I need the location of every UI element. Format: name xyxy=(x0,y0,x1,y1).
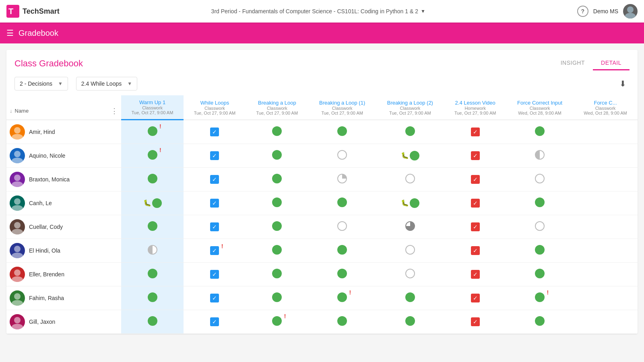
cell-content: ! xyxy=(272,316,282,326)
grade-cell xyxy=(506,239,573,262)
cell-content xyxy=(272,292,282,302)
help-button[interactable]: ? xyxy=(577,6,588,17)
student-avatar xyxy=(10,290,25,306)
grade-cell xyxy=(121,215,184,239)
grade-cell xyxy=(246,286,308,310)
col-subtitle-breaking-loop: Classwork xyxy=(249,106,305,111)
cell-content xyxy=(148,269,157,278)
cell-content xyxy=(337,126,347,136)
grade-cell: ! xyxy=(246,310,308,333)
grade-cell xyxy=(506,191,573,215)
student-name-label: Braxton, Monica xyxy=(29,176,70,183)
col-title-while-loops: While Loops xyxy=(200,100,229,106)
course-title: 3rd Period - Fundamentals of Computer Sc… xyxy=(211,8,418,14)
cell-content xyxy=(148,221,157,231)
cell-content: ! xyxy=(535,292,545,302)
student-name-cell: Cuellar, Cody xyxy=(6,215,121,239)
grade-cell: ✓ xyxy=(444,310,506,333)
green-circle-icon xyxy=(535,316,545,326)
bug-icon: 🐛 xyxy=(143,199,151,207)
checkbox-blue-icon: ✓ xyxy=(210,270,219,279)
checkbox-blue-icon: ✓ xyxy=(210,128,219,136)
green-circle-icon xyxy=(148,126,157,136)
unit-filter-dropdown[interactable]: 2 - Decisions ▼ xyxy=(14,77,68,90)
col-header-breaking-loop: Breaking a Loop Classwork Tue, Oct 27, 9… xyxy=(246,95,308,120)
gradebook-bar-title: Gradebook xyxy=(19,29,58,38)
cell-content: 🐛 xyxy=(143,198,162,208)
cell-content xyxy=(148,174,157,183)
gradebook-table-container[interactable]: ↓ Name ⋮ Warm Up 1 Classwork Tue, Oct 27… xyxy=(6,95,638,334)
grade-cell: ! xyxy=(121,144,184,167)
grade-cell xyxy=(376,120,444,144)
table-body: Amir, Hind !✓✓ Aquino, Nicole !✓🐛✓ Braxt… xyxy=(6,120,638,334)
cell-content: ✓ xyxy=(471,270,480,279)
hamburger-menu[interactable]: ☰ xyxy=(6,28,14,38)
checkbox-red-icon: ✓ xyxy=(471,128,480,136)
svg-point-9 xyxy=(12,181,23,187)
grade-cell: ✓ xyxy=(184,215,246,239)
student-info: Canh, Le xyxy=(10,195,118,211)
col-subtitle-warm-up-1: Classwork xyxy=(124,105,180,110)
green-circle-icon xyxy=(272,316,282,326)
cell-content xyxy=(535,174,545,183)
table-row: Aquino, Nicole !✓🐛✓ xyxy=(6,144,638,167)
col-date-lesson-video: Tue, Oct 27, 9:00 AM xyxy=(447,111,503,115)
grade-cell xyxy=(308,167,376,191)
cell-content: 🐛 xyxy=(401,198,419,208)
student-avatar xyxy=(10,314,25,329)
exclaim-icon: ! xyxy=(221,243,223,249)
checkbox-red-icon: ✓ xyxy=(471,294,480,302)
download-button[interactable]: ⬇ xyxy=(616,77,630,90)
gradebook-header: Class Gradebook INSIGHT DETAIL xyxy=(6,50,638,74)
student-name-label: Amir, Hind xyxy=(29,129,55,135)
student-name-label: Eller, Brenden xyxy=(29,271,64,278)
student-info: El Hindi, Ola xyxy=(10,243,118,258)
grade-cell xyxy=(246,167,308,191)
student-info: Amir, Hind xyxy=(10,124,118,140)
green-circle-icon xyxy=(148,316,157,326)
grade-cell xyxy=(308,262,376,286)
col-header-breaking-loop-1: Breaking a Loop (1) Classwork Tue, Oct 2… xyxy=(308,95,376,120)
student-name-label: Fahim, Rasha xyxy=(29,295,64,301)
table-row: Cuellar, Cody ✓✓ xyxy=(6,215,638,239)
grade-cell: ! xyxy=(308,286,376,310)
green-circle-icon xyxy=(272,245,282,255)
more-options-icon[interactable]: ⋮ xyxy=(111,107,118,115)
grade-cell: ✓ xyxy=(184,286,246,310)
grade-cell xyxy=(121,310,184,333)
checkbox-blue-icon: ✓ xyxy=(210,246,219,255)
avatar[interactable] xyxy=(623,4,638,19)
exclaim-icon: ! xyxy=(159,123,161,130)
table-row: Eller, Brenden ✓✓ xyxy=(6,262,638,286)
svg-point-7 xyxy=(12,158,23,163)
exclaim-icon: ! xyxy=(349,289,351,296)
grade-cell xyxy=(121,286,184,310)
student-info: Cuellar, Cody xyxy=(10,219,118,234)
student-name-cell: Aquino, Nicole xyxy=(6,144,121,167)
course-title-area[interactable]: 3rd Period - Fundamentals of Computer Sc… xyxy=(211,8,425,14)
grade-cell xyxy=(573,167,638,191)
cell-content xyxy=(405,245,415,255)
student-name-cell: Amir, Hind xyxy=(6,120,121,144)
grade-cell xyxy=(121,262,184,286)
tab-detail[interactable]: DETAIL xyxy=(593,56,630,70)
lesson-filter-dropdown[interactable]: 2.4 While Loops ▼ xyxy=(76,77,137,90)
quarter-circle-icon xyxy=(337,174,347,183)
tab-insight[interactable]: INSIGHT xyxy=(553,56,593,70)
grade-cell xyxy=(376,215,444,239)
green-circle-icon xyxy=(337,197,347,207)
table-row: Canh, Le 🐛✓🐛✓ xyxy=(6,191,638,215)
svg-point-4 xyxy=(14,127,21,134)
cell-content xyxy=(405,292,415,302)
student-name-label: Canh, Le xyxy=(29,200,52,206)
empty-circle-icon xyxy=(535,174,545,183)
grade-cell: 🐛 xyxy=(121,191,184,215)
grade-cell: ✓ xyxy=(444,144,506,167)
green-circle-icon xyxy=(405,292,415,302)
grade-cell xyxy=(308,215,376,239)
col-subtitle-breaking-loop-2: Classwork xyxy=(380,106,441,111)
col-title-warm-up-1: Warm Up 1 xyxy=(139,99,165,105)
grade-cell: ✓ xyxy=(184,310,246,333)
green-circle-icon xyxy=(337,269,347,278)
checkbox-red-icon: ✓ xyxy=(471,151,480,160)
